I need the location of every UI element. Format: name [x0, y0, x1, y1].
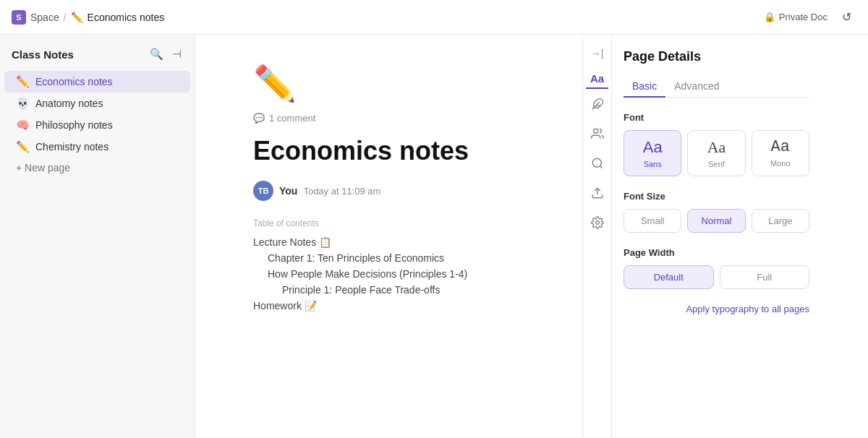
search-toolbar-button[interactable] [587, 153, 608, 178]
serif-aa: Aa [707, 138, 726, 157]
page-emoji-breadcrumb: ✏️ [71, 12, 83, 23]
author-name: You [279, 185, 297, 197]
toc-item-4[interactable]: Homework 📝 [253, 298, 539, 314]
author-time: Today at 11:09 am [303, 186, 380, 197]
svg-point-3 [592, 158, 601, 167]
anatomy-emoji: 💀 [16, 97, 30, 110]
sans-label: Sans [644, 160, 662, 168]
svg-line-4 [600, 166, 602, 168]
sidebar-collapse-button[interactable]: ⊣ [171, 46, 183, 62]
toc-text-2: How People Make Decisions (Principles 1-… [268, 268, 467, 280]
sidebar-item-philosophy[interactable]: 🧠 Philosophy notes [4, 114, 190, 136]
font-toolbar-button[interactable]: Aa [586, 68, 608, 89]
chemistry-label: Chemistry notes [35, 141, 109, 153]
history-button[interactable]: ↺ [836, 7, 856, 27]
sidebar-title: Class Notes [12, 48, 74, 61]
main-layout: Class Notes 🔍 ⊣ ✏️ Economics notes 💀 Ana… [0, 35, 868, 438]
panel-section-title: Page Details [624, 49, 809, 64]
panel-tabs: Basic Advanced [624, 76, 809, 98]
svg-point-2 [593, 129, 597, 133]
sidebar-search-button[interactable]: 🔍 [148, 46, 165, 62]
sidebar-item-economics[interactable]: ✏️ Economics notes [4, 71, 190, 93]
width-options: Default Full [624, 265, 809, 289]
avatar: TB [253, 181, 273, 201]
paint-toolbar-button[interactable] [587, 93, 608, 119]
page-emoji: ✏️ [253, 64, 539, 104]
size-normal-option[interactable]: Normal [687, 209, 745, 233]
font-serif-option[interactable]: Aa Serif [687, 130, 745, 176]
private-doc-label[interactable]: 🔒 Private Doc [764, 12, 827, 22]
topbar-actions: 🔒 Private Doc ↺ [764, 7, 856, 27]
tab-basic[interactable]: Basic [624, 76, 665, 98]
mono-aa: Aa [771, 138, 790, 156]
anatomy-label: Anatomy notes [35, 98, 103, 109]
collab-toolbar-button[interactable] [587, 123, 608, 148]
font-mono-option[interactable]: Aa Mono [752, 130, 809, 176]
page-title: Economics notes [253, 135, 539, 166]
topbar: S Space / ✏️ Economics notes 🔒 Private D… [0, 0, 868, 35]
width-full-option[interactable]: Full [720, 265, 810, 289]
space-label: Space [30, 12, 59, 23]
sans-aa: Aa [643, 138, 663, 157]
new-page-button[interactable]: + New page [4, 158, 190, 178]
settings-toolbar-button[interactable] [587, 212, 608, 237]
toc-item-2[interactable]: How People Make Decisions (Principles 1-… [253, 266, 539, 282]
panel-right-wrap: →| Aa Page Details Basic [582, 35, 868, 438]
size-small-option[interactable]: Small [624, 209, 681, 233]
size-large-option[interactable]: Large [752, 209, 809, 233]
economics-emoji: ✏️ [16, 75, 30, 88]
apply-typography-link[interactable]: Apply typography to all pages [624, 304, 809, 314]
sidebar-header-actions: 🔍 ⊣ [148, 46, 183, 62]
font-size-label: Font Size [624, 191, 809, 202]
comment-icon: 💬 [253, 113, 265, 124]
tab-advanced[interactable]: Advanced [665, 76, 728, 98]
toc-text-0: Lecture Notes 📋 [253, 236, 331, 248]
sidebar-item-chemistry[interactable]: ✏️ Chemistry notes [4, 136, 190, 158]
toc-text-4: Homework 📝 [253, 300, 317, 312]
private-label: Private Doc [779, 12, 827, 22]
chemistry-emoji: ✏️ [16, 140, 30, 153]
comment-count: 1 comment [269, 113, 315, 124]
content-area: ✏️ 💬 1 comment Economics notes TB You To… [195, 35, 582, 438]
panel-toggle-col: →| Aa [582, 35, 611, 438]
share-toolbar-button[interactable] [587, 182, 608, 207]
serif-label: Serif [708, 160, 725, 168]
font-sans-option[interactable]: Aa Sans [624, 130, 681, 176]
width-default-option[interactable]: Default [624, 265, 714, 289]
sidebar-header: Class Notes 🔍 ⊣ [0, 43, 195, 71]
right-panel: Page Details Basic Advanced Font Aa Sans… [611, 35, 821, 438]
mono-label: Mono [770, 159, 791, 168]
panel-body: Page Details Basic Advanced Font Aa Sans… [612, 35, 821, 329]
new-page-label: + New page [16, 162, 70, 173]
space-icon: S [12, 10, 26, 25]
toc-item-3[interactable]: Principle 1: People Face Trade-offs [253, 282, 539, 298]
comment-bar[interactable]: 💬 1 comment [253, 113, 539, 124]
sidebar: Class Notes 🔍 ⊣ ✏️ Economics notes 💀 Ana… [0, 35, 195, 438]
collapse-panel-button[interactable]: →| [587, 43, 608, 64]
philosophy-label: Philosophy notes [35, 119, 113, 131]
sidebar-item-anatomy[interactable]: 💀 Anatomy notes [4, 93, 190, 114]
font-options: Aa Sans Aa Serif Aa Mono [624, 130, 809, 176]
toc-item-1[interactable]: Chapter 1: Ten Principles of Economics [253, 250, 539, 266]
breadcrumb-separator: / [64, 12, 67, 23]
page-width-label: Page Width [624, 247, 809, 258]
size-options: Small Normal Large [624, 209, 809, 233]
economics-label: Economics notes [35, 76, 113, 87]
toc-text-1: Chapter 1: Ten Principles of Economics [268, 252, 444, 264]
author-row: TB You Today at 11:09 am [253, 181, 539, 201]
toc-text-3: Principle 1: People Face Trade-offs [282, 284, 440, 296]
toc-item-0[interactable]: Lecture Notes 📋 [253, 234, 539, 250]
toc-label: Table of contents [253, 218, 539, 228]
svg-point-6 [595, 221, 599, 225]
breadcrumb: S Space / ✏️ Economics notes [12, 10, 164, 25]
philosophy-emoji: 🧠 [16, 119, 30, 132]
lock-icon: 🔒 [764, 12, 775, 22]
breadcrumb-page-name: Economics notes [88, 12, 165, 23]
font-label: Font [624, 112, 809, 123]
